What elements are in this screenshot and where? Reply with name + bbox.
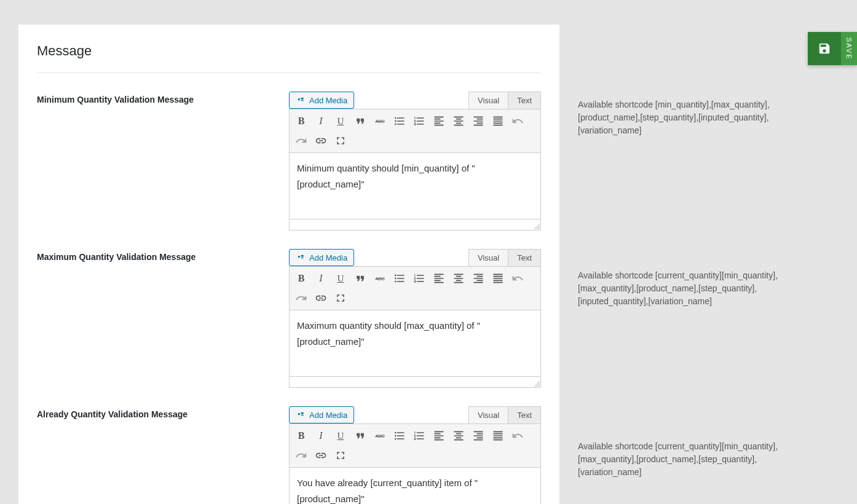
italic-button[interactable]: I	[312, 427, 330, 445]
tab-text[interactable]: Text	[508, 249, 541, 266]
add-media-label: Add Media	[309, 253, 347, 262]
underline-button[interactable]: U	[331, 269, 350, 288]
shortcode-help-max: Available shortcode [current_quantity][m…	[578, 269, 812, 308]
fullscreen-button[interactable]	[331, 132, 350, 150]
numbered-list-button[interactable]	[410, 112, 428, 130]
fullscreen-button[interactable]	[331, 289, 350, 307]
bold-button[interactable]: B	[292, 427, 310, 445]
editor-content[interactable]: Minimum quantity should [min_quantity] o…	[289, 153, 541, 219]
editor-status-bar	[289, 219, 541, 230]
resize-handle[interactable]	[534, 380, 540, 387]
resize-handle[interactable]	[534, 223, 540, 229]
underline-button[interactable]: U	[331, 112, 350, 130]
add-media-button[interactable]: Add Media	[289, 92, 354, 109]
field-label: Already Quantity Validation Message	[37, 406, 289, 504]
strikethrough-button[interactable]: ABC	[371, 427, 389, 445]
italic-button[interactable]: I	[312, 269, 330, 288]
redo-button[interactable]	[292, 289, 310, 307]
link-button[interactable]	[312, 289, 330, 307]
link-button[interactable]	[312, 446, 330, 465]
fullscreen-button[interactable]	[331, 446, 350, 465]
italic-button[interactable]: I	[312, 112, 330, 130]
redo-button[interactable]	[292, 446, 310, 465]
help-panel: Available shortcode [min_quantity],[max_…	[578, 25, 812, 504]
tab-visual[interactable]: Visual	[468, 406, 508, 423]
add-media-button[interactable]: Add Media	[289, 249, 354, 266]
tab-text[interactable]: Text	[508, 92, 541, 109]
align-left-button[interactable]	[430, 427, 448, 445]
undo-button[interactable]	[508, 112, 527, 130]
svg-point-1	[298, 256, 300, 258]
settings-panel: Message Minimum Quantity Validation Mess…	[18, 25, 559, 504]
redo-button[interactable]	[292, 132, 310, 150]
blockquote-button[interactable]	[351, 427, 369, 445]
align-center-button[interactable]	[449, 112, 468, 130]
shortcode-help-already: Available shortcode [current_quantity][m…	[578, 440, 812, 479]
shortcode-help-min: Available shortcode [min_quantity],[max_…	[578, 98, 812, 137]
field-label: Minimum Quantity Validation Message	[37, 92, 289, 230]
save-button-label: SAVE	[841, 32, 857, 65]
undo-button[interactable]	[508, 269, 527, 288]
strikethrough-button[interactable]: ABC	[371, 112, 389, 130]
align-left-button[interactable]	[430, 269, 448, 288]
editor-content[interactable]: You have already [current_quantity] item…	[289, 468, 541, 504]
add-media-label: Add Media	[309, 411, 347, 420]
field-max-quantity: Maximum Quantity Validation Message Add …	[37, 249, 541, 388]
align-left-button[interactable]	[430, 112, 448, 130]
underline-button[interactable]: U	[331, 427, 350, 445]
section-title: Message	[37, 43, 541, 59]
tab-visual[interactable]: Visual	[468, 249, 508, 266]
tab-text[interactable]: Text	[508, 406, 541, 423]
align-justify-button[interactable]	[489, 269, 507, 288]
editor-content[interactable]: Maximum quantity should [max_quantity] o…	[289, 310, 541, 377]
media-icon	[296, 95, 306, 105]
blockquote-button[interactable]	[351, 112, 369, 130]
editor-toolbar: B I U ABC	[289, 266, 541, 310]
editor-toolbar: B I U ABC	[289, 423, 541, 468]
add-media-label: Add Media	[309, 96, 347, 105]
svg-point-0	[298, 98, 300, 100]
numbered-list-button[interactable]	[410, 269, 428, 288]
divider	[37, 73, 541, 73]
blockquote-button[interactable]	[351, 269, 369, 288]
bold-button[interactable]: B	[292, 112, 310, 130]
bullet-list-button[interactable]	[390, 112, 409, 130]
add-media-button[interactable]: Add Media	[289, 406, 354, 423]
align-justify-button[interactable]	[489, 427, 507, 445]
align-right-button[interactable]	[469, 269, 488, 288]
align-center-button[interactable]	[449, 269, 468, 288]
media-icon	[296, 410, 306, 420]
media-icon	[296, 253, 306, 262]
svg-point-2	[298, 413, 300, 415]
align-right-button[interactable]	[469, 427, 488, 445]
strikethrough-button[interactable]: ABC	[371, 269, 389, 288]
bullet-list-button[interactable]	[390, 427, 409, 445]
field-already-quantity: Already Quantity Validation Message Add …	[37, 406, 541, 504]
numbered-list-button[interactable]	[410, 427, 428, 445]
field-min-quantity: Minimum Quantity Validation Message Add …	[37, 92, 541, 230]
bold-button[interactable]: B	[292, 269, 310, 288]
bullet-list-button[interactable]	[390, 269, 409, 288]
link-button[interactable]	[312, 132, 330, 150]
align-center-button[interactable]	[449, 427, 468, 445]
save-button[interactable]: SAVE	[808, 32, 857, 65]
save-icon	[808, 32, 841, 65]
align-right-button[interactable]	[469, 112, 488, 130]
editor-status-bar	[289, 377, 541, 388]
undo-button[interactable]	[508, 427, 527, 445]
field-label: Maximum Quantity Validation Message	[37, 249, 289, 388]
tab-visual[interactable]: Visual	[468, 92, 508, 109]
align-justify-button[interactable]	[489, 112, 507, 130]
editor-toolbar: B I U ABC	[289, 109, 541, 153]
